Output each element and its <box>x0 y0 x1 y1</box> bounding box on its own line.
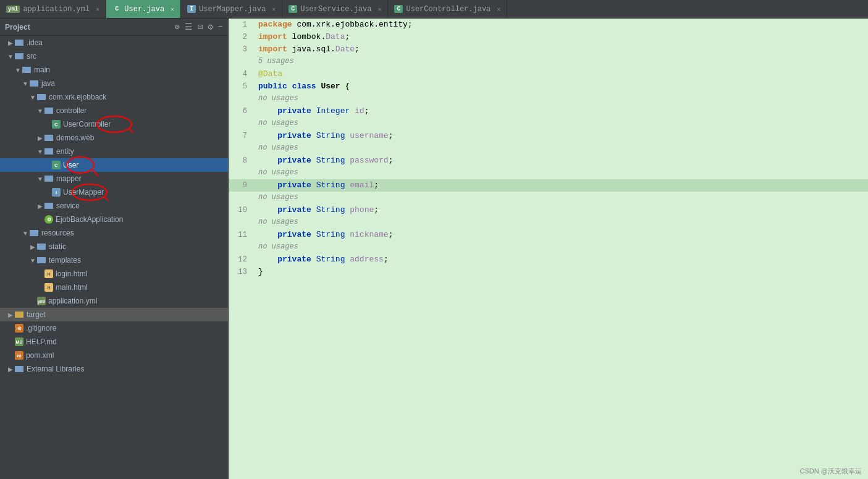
line-content-13: } <box>253 266 868 278</box>
expand-icon[interactable]: ☰ <box>185 22 193 32</box>
line-content-8: private String password; <box>253 155 868 167</box>
tree-item-login-html[interactable]: ▶ H login.html <box>0 267 228 281</box>
sidebar-header: Project ⊕ ☰ ⊟ ⚙ − <box>0 19 228 36</box>
arrow-entity: ▼ <box>36 148 44 155</box>
add-file-icon[interactable]: ⊕ <box>174 22 179 32</box>
tab-usermapper-java[interactable]: I UserMapper.java ✕ <box>181 0 282 18</box>
tree-label-app-yml: application.yml <box>48 297 97 305</box>
tree-item-ejobbackapp[interactable]: ▶ ⚙ EjobBackApplication <box>0 213 228 226</box>
collapse-icon[interactable]: ⊟ <box>198 22 203 32</box>
tree-label-login-html: login.html <box>56 269 87 278</box>
folder-icon-src <box>15 53 23 59</box>
tab-user-java-close[interactable]: ✕ <box>171 6 174 13</box>
tree-item-entity[interactable]: ▼ entity <box>0 145 228 158</box>
tab-application-yml[interactable]: yml application.yml ✕ <box>0 0 106 18</box>
tree-item-static[interactable]: ▶ static <box>0 240 228 253</box>
code-line-8: 8 private String password; <box>229 155 868 167</box>
arrow-src: ▼ <box>6 53 15 60</box>
tab-application-yml-close[interactable]: ✕ <box>96 6 99 13</box>
code-line-2: 2 import lombok.Data; <box>229 31 868 43</box>
tree-item-gitignore[interactable]: ▶ ⊙ .gitignore <box>0 321 228 335</box>
code-line-3-usage: 5 usages <box>229 56 868 68</box>
tree-item-java[interactable]: ▼ java <box>0 77 228 90</box>
tree-item-controller[interactable]: ▼ controller <box>0 104 228 117</box>
watermark: CSDN @沃克饿幸运 <box>800 467 862 476</box>
tab-userservice-close[interactable]: ✕ <box>377 6 381 13</box>
tree-item-package[interactable]: ▼ com.xrk.ejobback <box>0 90 228 104</box>
tree-item-mapper[interactable]: ▼ mapper <box>0 172 228 185</box>
tab-user-java[interactable]: C User.java ✕ <box>106 0 181 18</box>
settings-icon[interactable]: ⚙ <box>208 22 213 32</box>
tab-usermapper-close[interactable]: ✕ <box>272 6 276 13</box>
tree-item-main-html[interactable]: ▶ H main.html <box>0 281 228 294</box>
tree-label-main: main <box>34 66 50 74</box>
line-num-7: 7 <box>229 130 253 142</box>
tree-item-pom-xml[interactable]: ▶ m pom.xml <box>0 349 228 362</box>
arrow-main: ▼ <box>14 67 22 74</box>
tab-userservice-label: UserService.java <box>300 5 371 14</box>
code-line-10: 10 private String phone; <box>229 204 868 216</box>
close-sidebar-icon[interactable]: − <box>218 22 223 32</box>
line-num-8: 8 <box>229 155 253 167</box>
tree-item-user[interactable]: ▶ C User <box>0 158 228 172</box>
tree-item-usermapper[interactable]: ▶ I UserMapper <box>0 185 228 199</box>
tree-item-app-yml[interactable]: ▶ yml application.yml <box>0 294 228 308</box>
tree-label-package: com.xrk.ejobback <box>49 93 106 101</box>
usage-hint-no-1: no usages <box>253 93 298 104</box>
line-content-2: import lombok.Data; <box>253 31 868 43</box>
badge-user: C <box>52 161 61 169</box>
tab-userservice-java[interactable]: C UserService.java ✕ <box>282 0 388 18</box>
badge-app-yml: yml <box>37 297 46 305</box>
arrow-static: ▶ <box>28 244 37 250</box>
tree-item-main[interactable]: ▼ main <box>0 63 228 77</box>
code-line-11-usage: no usages <box>229 241 868 253</box>
tree-item-help-md[interactable]: ▶ MD HELP.md <box>0 335 228 349</box>
tree-item-target[interactable]: ▶ target <box>0 308 228 321</box>
tree-item-usercontroller[interactable]: ▶ C UserController <box>0 117 228 131</box>
tree-label-usercontroller: UserController <box>63 120 111 129</box>
tab-usercontroller-java[interactable]: C UserController.java ✕ <box>388 0 507 18</box>
code-line-7-usage: no usages <box>229 142 868 155</box>
tree-item-src[interactable]: ▼ src <box>0 49 228 63</box>
code-line-6: 6 private Integer id; <box>229 105 868 117</box>
badge-gitignore: ⊙ <box>15 324 23 333</box>
folder-icon-resources <box>30 230 38 236</box>
tree-item-external-libs[interactable]: ▶ External Libraries <box>0 362 228 376</box>
sidebar-toolbar: ⊕ ☰ ⊟ ⚙ − <box>174 22 223 32</box>
arrow-idea: ▶ <box>6 40 15 46</box>
sidebar: Project ⊕ ☰ ⊟ ⚙ − ▶ .idea ▼ src <box>0 19 229 479</box>
tree-label-main-html: main.html <box>56 283 88 292</box>
line-content-4: @Data <box>253 68 868 80</box>
badge-pom-xml: m <box>15 351 23 360</box>
tab-usercontroller-close[interactable]: ✕ <box>497 6 500 13</box>
code-line-1: 1 package com.xrk.ejobback.entity; <box>229 19 868 31</box>
badge-login-html: H <box>44 269 53 278</box>
code-editor[interactable]: 1 package com.xrk.ejobback.entity; 2 imp… <box>229 19 868 479</box>
arrow-templates: ▼ <box>28 257 37 264</box>
line-num-12: 12 <box>229 253 253 266</box>
tree-label-templates: templates <box>49 256 81 265</box>
badge-usermapper: I <box>52 188 61 197</box>
tab-user-java-icon: C <box>112 5 121 13</box>
tree-item-templates[interactable]: ▼ templates <box>0 253 228 267</box>
tree-item-service[interactable]: ▶ service <box>0 199 228 213</box>
tab-userservice-icon: C <box>289 5 297 13</box>
arrow-resources: ▼ <box>21 230 30 237</box>
tree-label-entity: entity <box>56 147 74 156</box>
line-num-11: 11 <box>229 229 253 241</box>
code-line-4: 4 @Data <box>229 68 868 80</box>
tree-item-resources[interactable]: ▼ resources <box>0 226 228 240</box>
code-line-11: 11 private String nickname; <box>229 229 868 241</box>
tree-label-java: java <box>41 79 55 88</box>
tree-item-idea[interactable]: ▶ .idea <box>0 36 228 49</box>
tree-label-user: User <box>63 161 78 169</box>
folder-icon-controller <box>44 108 53 114</box>
tree-label-gitignore: .gitignore <box>26 324 56 333</box>
tree-label-external-libs: External Libraries <box>27 365 84 373</box>
line-num-9: 9 <box>229 179 253 192</box>
tree-item-demos-web[interactable]: ▶ demos.web <box>0 131 228 145</box>
arrow-service: ▶ <box>36 203 44 210</box>
code-line-8-usage: no usages <box>229 167 868 179</box>
main-layout: Project ⊕ ☰ ⊟ ⚙ − ▶ .idea ▼ src <box>0 19 868 479</box>
badge-usercontroller: C <box>52 120 61 129</box>
